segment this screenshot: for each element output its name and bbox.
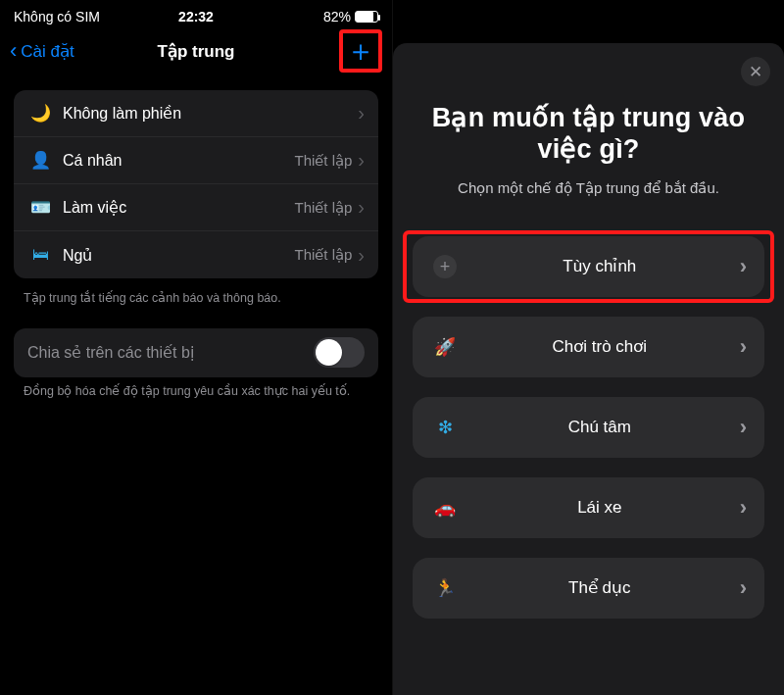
rocket-icon: 🚀 xyxy=(434,336,456,358)
focus-mode-label: Cá nhân xyxy=(63,152,294,170)
focus-mode-detail: Thiết lập xyxy=(294,199,352,217)
focus-option[interactable]: 🚗Lái xe› xyxy=(413,477,764,538)
option-label: Thể dục xyxy=(460,577,740,598)
chevron-right-icon: › xyxy=(358,244,365,267)
close-icon: ✕ xyxy=(749,62,762,82)
focus-mode-detail: Thiết lập xyxy=(294,152,352,170)
option-label: Tùy chỉnh xyxy=(460,256,740,276)
sheet-heading: Bạn muốn tập trung vào việc gì? xyxy=(413,102,764,166)
add-focus-button[interactable]: ＋ xyxy=(346,36,375,66)
option-label: Chú tâm xyxy=(460,418,740,437)
focus-mode-detail: Thiết lập xyxy=(294,246,352,264)
focus-mode-row[interactable]: 👤Cá nhânThiết lập› xyxy=(14,137,378,184)
chevron-right-icon: › xyxy=(358,196,365,219)
focus-mode-label: Ngủ xyxy=(63,246,294,265)
person-icon: 👤 xyxy=(27,150,53,171)
chevron-right-icon: › xyxy=(740,495,747,521)
sheet-subheading: Chọn một chế độ Tập trung để bắt đầu. xyxy=(413,179,764,197)
focus-mode-row[interactable]: 🪪Làm việcThiết lập› xyxy=(14,184,378,231)
moon-icon: 🌙 xyxy=(27,103,53,124)
chevron-right-icon: › xyxy=(740,575,747,601)
option-icon-wrap: ❇︎ xyxy=(430,417,460,438)
back-button[interactable]: ‹ Cài đặt xyxy=(10,40,74,62)
focus-modes-list: 🌙Không làm phiền›👤Cá nhânThiết lập›🪪Làm … xyxy=(14,90,378,278)
status-battery-pct: 82% xyxy=(323,9,351,25)
badge-icon: 🪪 xyxy=(27,197,53,218)
chevron-right-icon: › xyxy=(740,254,747,279)
focus-mode-row[interactable]: 🌙Không làm phiền› xyxy=(14,90,378,137)
bed-icon: 🛏 xyxy=(27,245,53,265)
chevron-right-icon: › xyxy=(740,334,747,360)
share-across-devices-row[interactable]: Chia sẻ trên các thiết bị xyxy=(14,328,378,377)
focus-option[interactable]: ❇︎Chú tâm› xyxy=(413,397,764,458)
share-label: Chia sẻ trên các thiết bị xyxy=(27,343,314,362)
status-right: 82% xyxy=(257,9,378,25)
status-carrier: Không có SIM xyxy=(14,9,135,25)
option-icon-wrap: 🚗 xyxy=(430,497,460,519)
option-icon-wrap: 🚀 xyxy=(430,336,460,358)
share-across-devices-group: Chia sẻ trên các thiết bị xyxy=(14,328,378,377)
share-toggle[interactable] xyxy=(314,337,365,368)
option-icon-wrap: + xyxy=(430,255,460,278)
focus-settings-screen: Không có SIM 22:32 82% ‹ Cài đặt Tập tru… xyxy=(0,0,392,695)
focus-picker-sheet: ✕ Bạn muốn tập trung vào việc gì? Chọn m… xyxy=(393,43,784,695)
back-label: Cài đặt xyxy=(21,41,74,62)
focus-footnote: Tập trung tắt tiếng các cảnh báo và thôn… xyxy=(0,284,392,307)
option-icon-wrap: 🏃 xyxy=(430,577,460,599)
car-icon: 🚗 xyxy=(434,497,456,519)
status-time: 22:32 xyxy=(135,9,257,25)
mindfulness-icon: ❇︎ xyxy=(438,417,453,438)
chevron-right-icon: › xyxy=(358,149,365,172)
focus-mode-label: Không làm phiền xyxy=(63,104,358,123)
option-label: Chơi trò chơi xyxy=(460,336,740,357)
chevron-right-icon: › xyxy=(740,415,747,440)
chevron-right-icon: › xyxy=(358,102,365,124)
nav-header: ‹ Cài đặt Tập trung ＋ xyxy=(0,29,392,73)
chevron-left-icon: ‹ xyxy=(10,40,17,62)
focus-options-list: +Tùy chỉnh›🚀Chơi trò chơi›❇︎Chú tâm›🚗Lái… xyxy=(413,236,764,619)
add-focus-highlight: ＋ xyxy=(339,29,382,73)
running-icon: 🏃 xyxy=(434,577,456,599)
plus-circle-icon: + xyxy=(433,255,457,278)
battery-icon xyxy=(355,11,378,23)
focus-picker-screen: Không có SIM 22:32 82% ✕ Bạn muốn tập tr… xyxy=(392,0,784,695)
focus-option[interactable]: 🚀Chơi trò chơi› xyxy=(413,317,764,377)
focus-mode-row[interactable]: 🛏NgủThiết lập› xyxy=(14,231,378,278)
focus-option[interactable]: +Tùy chỉnh› xyxy=(413,236,764,297)
share-footnote: Đồng bộ hóa chế độ tập trung yêu cầu xác… xyxy=(0,377,392,400)
focus-option[interactable]: 🏃Thể dục› xyxy=(413,558,764,619)
option-label: Lái xe xyxy=(460,498,740,518)
focus-mode-label: Làm việc xyxy=(63,198,294,217)
close-button[interactable]: ✕ xyxy=(741,57,770,86)
status-bar: Không có SIM 22:32 82% xyxy=(0,0,392,29)
